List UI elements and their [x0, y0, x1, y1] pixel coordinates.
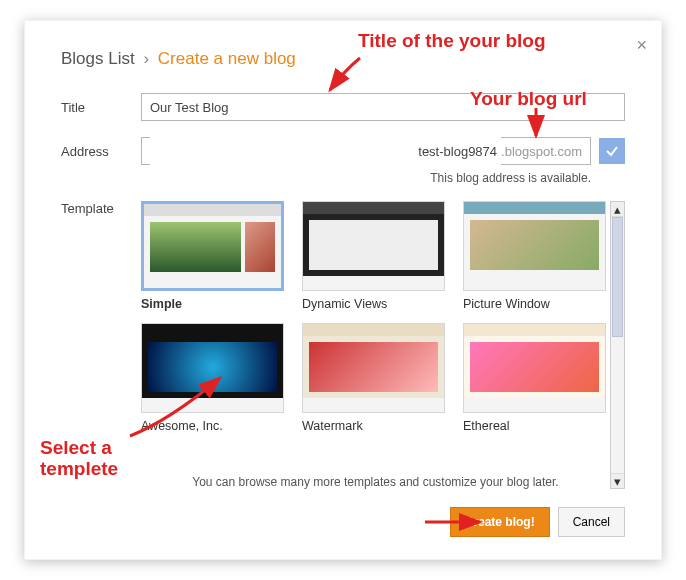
address-input[interactable] — [150, 137, 501, 165]
template-option[interactable]: Watermark — [302, 323, 445, 433]
check-icon — [599, 138, 625, 164]
address-suffix: .blogspot.com — [501, 144, 582, 159]
template-option[interactable]: Dynamic Views — [302, 201, 445, 311]
title-row: Title — [61, 93, 625, 121]
scroll-track[interactable] — [611, 217, 624, 473]
template-thumb — [141, 201, 284, 291]
template-caption: Simple — [141, 297, 284, 311]
create-blog-dialog: × Blogs List › Create a new blog Title A… — [24, 20, 662, 560]
template-option[interactable]: Picture Window — [463, 201, 606, 311]
address-label: Address — [61, 144, 141, 159]
browse-note: You can browse many more templates and c… — [141, 475, 610, 489]
template-caption: Watermark — [302, 419, 445, 433]
close-icon[interactable]: × — [636, 35, 647, 56]
template-scroll: SimpleDynamic ViewsPicture WindowAwesome… — [141, 201, 610, 461]
template-thumb — [463, 323, 606, 413]
template-thumb — [302, 201, 445, 291]
template-caption: Picture Window — [463, 297, 606, 311]
template-caption: Ethereal — [463, 419, 606, 433]
scroll-down-icon[interactable]: ▾ — [611, 473, 624, 488]
title-label: Title — [61, 100, 141, 115]
template-thumb — [141, 323, 284, 413]
template-thumb — [463, 201, 606, 291]
cancel-button[interactable]: Cancel — [558, 507, 625, 537]
template-caption: Dynamic Views — [302, 297, 445, 311]
breadcrumb-root[interactable]: Blogs List — [61, 49, 135, 68]
dialog-buttons: Create blog! Cancel — [61, 507, 625, 537]
template-caption: Awesome, Inc. — [141, 419, 284, 433]
template-option[interactable]: Awesome, Inc. — [141, 323, 284, 433]
template-label: Template — [61, 201, 141, 489]
template-row: Template SimpleDynamic ViewsPicture Wind… — [61, 201, 625, 489]
template-option[interactable]: Simple — [141, 201, 284, 311]
title-input[interactable] — [141, 93, 625, 121]
breadcrumb: Blogs List › Create a new blog — [61, 45, 625, 77]
breadcrumb-current: Create a new blog — [158, 49, 296, 68]
address-field-wrap: .blogspot.com — [141, 137, 591, 165]
template-thumb — [302, 323, 445, 413]
scrollbar[interactable]: ▴ ▾ — [610, 201, 625, 489]
template-area: SimpleDynamic ViewsPicture WindowAwesome… — [141, 201, 625, 489]
create-blog-button[interactable]: Create blog! — [450, 507, 550, 537]
address-status: This blog address is available. — [61, 171, 625, 185]
breadcrumb-sep: › — [143, 49, 149, 68]
scroll-up-icon[interactable]: ▴ — [611, 202, 624, 217]
address-row: Address .blogspot.com — [61, 137, 625, 165]
scroll-thumb[interactable] — [612, 217, 623, 337]
template-option[interactable]: Ethereal — [463, 323, 606, 433]
